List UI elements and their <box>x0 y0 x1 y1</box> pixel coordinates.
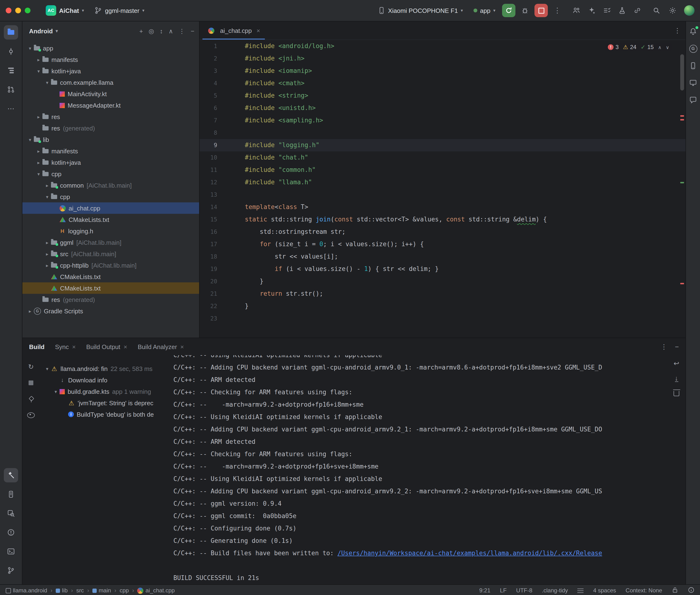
running-devices-tool-button[interactable] <box>687 77 699 89</box>
project-item-ai-chat-cpp[interactable]: ai_chat.cpp <box>22 202 199 214</box>
more-tool-windows-icon[interactable]: ⋯ <box>4 102 18 116</box>
chevron-collapsed-icon[interactable]: ▸ <box>35 114 43 119</box>
project-item-res[interactable]: res(generated) <box>22 294 199 305</box>
project-selector[interactable]: AC AiChat ▾ <box>42 3 88 18</box>
collapse-all-icon[interactable]: ∧ <box>169 28 173 34</box>
rerun-icon[interactable]: ↻ <box>26 362 36 371</box>
breadcrumb-main[interactable]: main <box>92 587 111 594</box>
project-item-cmakelists-txt[interactable]: CMakeLists.txt <box>22 271 199 282</box>
chevron-collapsed-icon[interactable]: ▸ <box>35 148 43 153</box>
expand-all-icon[interactable]: ↕ <box>160 28 163 34</box>
editor-scrollbar[interactable] <box>680 54 684 90</box>
project-item-ggml[interactable]: ▸ggml[AiChat.lib.main] <box>22 237 199 248</box>
line-number[interactable]: 7 <box>200 114 245 127</box>
search-everywhere-icon[interactable] <box>650 4 663 17</box>
close-tab-icon[interactable]: × <box>72 343 76 350</box>
build-console[interactable]: C/C++: -- Using KleidiAI optimized kerne… <box>171 355 685 584</box>
run-configuration-selector[interactable]: app ▾ <box>470 5 499 16</box>
chevron-expanded-icon[interactable]: ▾ <box>26 137 34 142</box>
task-list-icon[interactable] <box>600 4 614 17</box>
line-number[interactable]: 11 <box>200 164 245 176</box>
chevron-collapsed-icon[interactable]: ▸ <box>35 160 43 165</box>
chevron-expanded-icon[interactable]: ▾ <box>52 389 60 394</box>
gradle-tool-button[interactable]: G <box>687 42 699 55</box>
chevron-expanded-icon[interactable]: ▾ <box>26 46 34 51</box>
more-vertical-icon[interactable]: ⋮ <box>179 28 185 34</box>
line-number[interactable]: 8 <box>200 127 245 139</box>
context-widget[interactable]: Context: None <box>626 587 662 594</box>
line-number[interactable]: 21 <box>200 288 245 300</box>
next-problem-icon[interactable]: ∨ <box>666 45 669 50</box>
build-tab-build-output[interactable]: Build Output× <box>86 343 127 350</box>
user-avatar[interactable] <box>684 5 695 16</box>
line-separator[interactable]: LF <box>500 587 507 594</box>
build-tool-button[interactable] <box>4 468 18 482</box>
error-stripe-mark[interactable] <box>680 119 684 120</box>
line-number[interactable]: 19 <box>200 263 245 275</box>
breadcrumb-ai-chat-cpp[interactable]: ai_chat.cpp <box>137 587 175 594</box>
plus-icon[interactable]: + <box>139 28 143 34</box>
editor-pane[interactable]: 1#include <android/log.h>2#include <jni.… <box>200 40 685 338</box>
locate-icon[interactable]: ◎ <box>149 28 154 34</box>
chevron-expanded-icon[interactable]: ▾ <box>43 80 51 85</box>
line-number[interactable]: 17 <box>200 238 245 251</box>
code-style-config[interactable]: .clang-tidy <box>542 587 568 594</box>
breadcrumb-llama-android[interactable]: llama.android <box>6 587 47 594</box>
line-number[interactable]: 3 <box>200 65 245 77</box>
ai-actions-icon[interactable] <box>585 4 598 17</box>
line-number[interactable]: 15 <box>200 213 245 226</box>
project-item-kotlin-java[interactable]: ▸kotlin+java <box>22 157 199 168</box>
line-number[interactable]: 4 <box>200 77 245 89</box>
project-item-com-example-llama[interactable]: ▾com.example.llama <box>22 77 199 88</box>
device-pairing-icon[interactable] <box>631 4 644 17</box>
hide-build-panel-icon[interactable]: − <box>675 343 679 350</box>
vcs-branch-selector[interactable]: ggml-master ▾ <box>91 5 148 16</box>
project-item-res[interactable]: ▸res <box>22 111 199 122</box>
project-item-src[interactable]: ▸src[AiChat.lib.main] <box>22 248 199 259</box>
stop-icon[interactable] <box>26 378 36 388</box>
chevron-collapsed-icon[interactable]: ▸ <box>43 182 51 188</box>
chevron-collapsed-icon[interactable]: ▸ <box>35 57 43 62</box>
instrumentation-icon[interactable] <box>615 4 629 17</box>
window-close-button[interactable] <box>6 8 11 13</box>
line-number[interactable]: 13 <box>200 189 245 201</box>
device-selector[interactable]: Xiaomi POCOPHONE F1 ▾ <box>374 5 467 16</box>
build-item-build-gradle-kts[interactable]: ▾build.gradle.ktsapp 1 warning <box>39 386 171 397</box>
project-item-manifests[interactable]: ▸manifests <box>22 54 199 65</box>
build-window-title[interactable]: Build <box>29 343 45 350</box>
breadcrumb-lib[interactable]: lib <box>56 587 68 594</box>
app-inspection-tool-button[interactable] <box>4 506 18 520</box>
stop-button[interactable] <box>534 4 548 17</box>
pull-requests-tool-button[interactable] <box>4 82 18 97</box>
project-item-gradle-scripts[interactable]: ▸GGradle Scripts <box>22 305 199 317</box>
build-tab-sync[interactable]: Sync× <box>55 343 76 350</box>
debug-button[interactable] <box>518 4 532 17</box>
indent-icon[interactable] <box>578 588 584 593</box>
breadcrumb-src[interactable]: src <box>76 587 84 594</box>
chevron-collapsed-icon[interactable]: ▸ <box>43 251 51 256</box>
build-item-llama-android-fin[interactable]: ▾⚠llama.android: fin22 sec, 583 ms <box>39 363 171 374</box>
inspections-status-icon[interactable] <box>688 587 695 595</box>
build-tab-build-analyzer[interactable]: Build Analyzer× <box>138 343 184 350</box>
pin-icon[interactable] <box>26 394 36 404</box>
clear-icon[interactable] <box>672 389 681 397</box>
hide-icon[interactable]: − <box>191 28 194 34</box>
line-number[interactable]: 22 <box>200 300 245 312</box>
more-run-actions-icon[interactable]: ⋮ <box>551 4 564 17</box>
line-number[interactable]: 20 <box>200 275 245 288</box>
line-number[interactable]: 6 <box>200 102 245 114</box>
project-item-manifests[interactable]: ▸manifests <box>22 145 199 157</box>
problems-tool-button[interactable] <box>4 525 18 540</box>
chevron-expanded-icon[interactable]: ▾ <box>35 68 43 74</box>
build-item-buildtype-debug-is-both-de[interactable]: iBuildType 'debug' is both de <box>39 408 171 420</box>
project-item-res[interactable]: res(generated) <box>22 122 199 134</box>
project-item-logging-h[interactable]: Hlogging.h <box>22 225 199 237</box>
commit-tool-button[interactable] <box>4 44 18 59</box>
line-number[interactable]: 9 <box>200 139 245 151</box>
logcat-tool-button[interactable] <box>4 487 18 502</box>
device-manager-tool-button[interactable] <box>687 59 699 72</box>
line-number[interactable]: 12 <box>200 176 245 189</box>
ai-assistant-tool-button[interactable] <box>687 94 699 106</box>
line-number[interactable]: 2 <box>200 52 245 65</box>
close-tab-icon[interactable]: × <box>180 343 184 350</box>
